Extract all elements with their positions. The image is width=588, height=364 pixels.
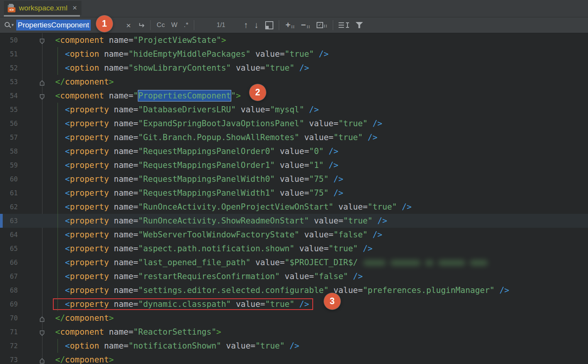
match-count: 1/1 [211, 22, 230, 29]
open-results-in-tool-window-icon[interactable] [265, 21, 273, 29]
line-number[interactable]: 55 [0, 106, 18, 113]
code-line[interactable]: 51 <option name="hideEmptyMiddlePackages… [0, 47, 588, 61]
fold-marker-start[interactable] [39, 37, 45, 43]
line-content: <option name="notificationShown" value="… [55, 341, 299, 350]
line-content: <property name="RunOnceActivity.OpenProj… [55, 202, 412, 212]
code-line[interactable]: 67 <property name="restartRequiresConfir… [0, 269, 588, 283]
add-occurrence-button[interactable]: +II [285, 21, 295, 29]
indent-guide [58, 47, 58, 61]
line-number[interactable]: 50 [0, 36, 18, 44]
line-content: <property name="settings.editor.selected… [55, 286, 509, 295]
code-line[interactable]: 66 <property name="last_opened_file_path… [0, 256, 588, 269]
line-number[interactable]: 60 [0, 175, 18, 183]
line-content: <option name="showLibraryContents" value… [55, 63, 309, 73]
find-toolbar: ▾ PropertiesComponent × ↵ Cc W .* 1/1 ↑ … [0, 17, 588, 33]
separator [194, 20, 194, 30]
line-content: <property name="aspect.path.notification… [55, 244, 373, 253]
code-line[interactable]: 57 <property name="Git.Branch.Popup.Show… [0, 130, 588, 144]
code-line[interactable]: 59 <property name="RequestMappingsPanelO… [0, 158, 588, 172]
code-line[interactable]: 54<component name="PropertiesComponent"> [0, 89, 588, 103]
code-line[interactable]: 72 <option name="notificationShown" valu… [0, 339, 588, 353]
fold-marker-end[interactable] [39, 315, 45, 321]
line-number[interactable]: 70 [0, 314, 18, 322]
highlighted-line-content: <property name="dynamic.classpath" value… [53, 298, 313, 310]
line-content: <component name="ProjectViewState"> [55, 36, 226, 45]
remove-occurrence-button[interactable]: −II [301, 21, 310, 29]
code-line[interactable]: 50<component name="ProjectViewState"> [0, 33, 588, 47]
code-line[interactable]: 63 <property name="RunOnceActivity.ShowR… [0, 214, 588, 228]
code-line[interactable]: 70</component> [0, 311, 588, 325]
separator [150, 20, 151, 30]
line-number[interactable]: 66 [0, 259, 18, 266]
indent-guide [58, 214, 58, 228]
code-line[interactable]: 61 <property name="RequestMappingsPanelW… [0, 186, 588, 200]
match-case-toggle[interactable]: Cc [157, 21, 165, 29]
line-content: </component> [55, 355, 114, 364]
caret-line-marker [0, 214, 3, 228]
select-all-occurrences-button[interactable]: ✓II [317, 22, 327, 28]
line-number[interactable]: 58 [0, 147, 18, 155]
code-line[interactable]: 71<component name="ReactorSettings"> [0, 325, 588, 339]
indent-guide [58, 103, 58, 117]
line-number[interactable]: 71 [0, 328, 18, 336]
search-input[interactable]: PropertiesComponent [16, 20, 91, 30]
line-number[interactable]: 59 [0, 161, 18, 169]
line-number[interactable]: 53 [0, 78, 18, 86]
line-content: <property name="last_opened_file_path" v… [55, 258, 488, 267]
line-number[interactable]: 57 [0, 134, 18, 141]
whole-words-toggle[interactable]: W [171, 21, 178, 29]
code-line[interactable]: 52 <option name="showLibraryContents" va… [0, 61, 588, 75]
filter-lines-icon[interactable] [339, 22, 349, 28]
editor-tab-bar: <> workspace.xml × [0, 0, 588, 17]
line-number[interactable]: 73 [0, 356, 18, 364]
code-line[interactable]: 68 <property name="settings.editor.selec… [0, 283, 588, 297]
fold-marker-start[interactable] [39, 329, 45, 335]
code-line[interactable]: 56 <property name="ExpandSpringBootJavaO… [0, 117, 588, 130]
code-line[interactable]: 55 <property name="DatabaseDriversLRU" v… [0, 103, 588, 117]
indent-guide [58, 117, 58, 130]
previous-occurrence-button[interactable]: ↑ [244, 21, 248, 29]
line-content: <property name="RequestMappingsPanelOrde… [55, 147, 338, 156]
line-number[interactable]: 64 [0, 231, 18, 239]
line-number[interactable]: 51 [0, 50, 18, 58]
line-number[interactable]: 62 [0, 203, 18, 211]
code-line[interactable]: 62 <property name="RunOnceActivity.OpenP… [0, 200, 588, 214]
line-content: <component name="PropertiesComponent"> [55, 90, 241, 101]
code-line[interactable]: 65 <property name="aspect.path.notificat… [0, 242, 588, 256]
code-line[interactable]: 58 <property name="RequestMappingsPanelO… [0, 144, 588, 158]
line-number[interactable]: 52 [0, 64, 18, 72]
tab-close-icon[interactable]: × [73, 3, 77, 12]
line-number[interactable]: 68 [0, 286, 18, 294]
code-line[interactable]: 64 <property name="WebServerToolWindowFa… [0, 228, 588, 242]
clear-search-icon[interactable]: × [126, 21, 131, 29]
regex-toggle[interactable]: .* [184, 21, 188, 29]
code-line[interactable]: 53</component> [0, 75, 588, 89]
indent-guide [58, 61, 58, 75]
tab-title: workspace.xml [19, 4, 68, 12]
line-number[interactable]: 54 [0, 92, 18, 100]
line-content: </component> [55, 313, 114, 323]
fold-marker-end[interactable] [39, 357, 45, 363]
code-line[interactable]: 69 <property name="dynamic.classpath" va… [0, 297, 588, 311]
line-number[interactable]: 65 [0, 245, 18, 252]
editor-tab[interactable]: <> workspace.xml × [4, 1, 81, 15]
filter-icon[interactable] [356, 22, 363, 28]
indent-guide [58, 269, 58, 283]
xml-file-icon: <> [8, 4, 15, 12]
line-number[interactable]: 61 [0, 189, 18, 197]
indent-guide [58, 144, 58, 158]
line-number[interactable]: 56 [0, 120, 18, 127]
line-number[interactable]: 69 [0, 300, 18, 308]
newline-icon[interactable]: ↵ [138, 21, 145, 29]
search-options-icon[interactable]: ▾ [4, 22, 16, 29]
line-number[interactable]: 72 [0, 342, 18, 350]
line-number[interactable]: 67 [0, 273, 18, 280]
fold-marker-end[interactable] [39, 79, 45, 85]
indent-guide [58, 297, 58, 311]
code-editor[interactable]: 50<component name="ProjectViewState">51 … [0, 33, 588, 364]
next-occurrence-button[interactable]: ↓ [254, 21, 258, 29]
code-line[interactable]: 73</component> [0, 353, 588, 364]
fold-marker-start[interactable] [39, 93, 45, 99]
code-line[interactable]: 60 <property name="RequestMappingsPanelW… [0, 172, 588, 186]
indent-guide [58, 200, 58, 214]
